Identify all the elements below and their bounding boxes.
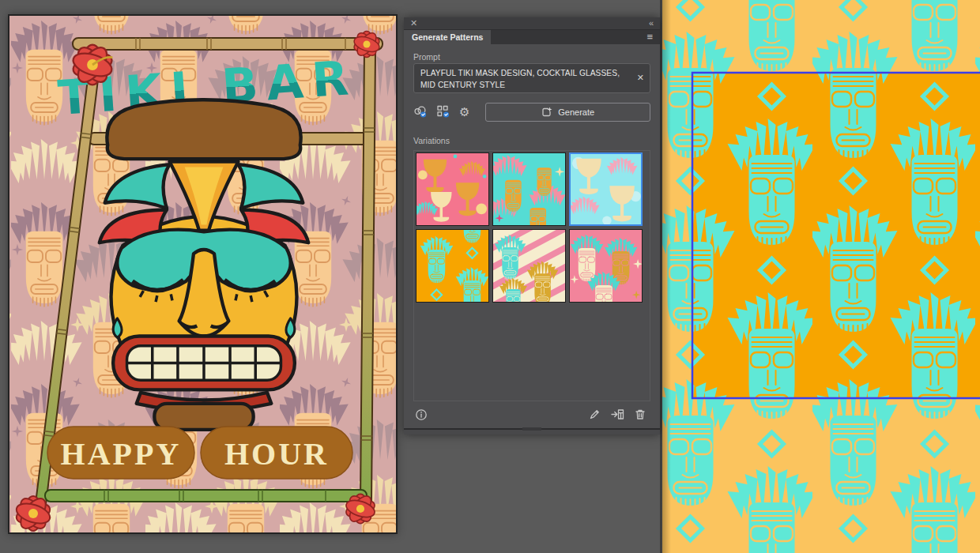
panel-resize-bar[interactable]	[404, 428, 660, 434]
generate-sparkle-icon	[541, 107, 552, 118]
variations-grid	[416, 152, 648, 303]
variation-thumbnail-2[interactable]	[492, 152, 566, 226]
style-reference-icon[interactable]	[413, 105, 428, 118]
variations-container	[413, 150, 650, 401]
generate-button[interactable]: Generate	[485, 103, 650, 122]
prompt-value[interactable]: PLAYFUL TIKI MASK DESIGN, COCKTAIL GLASS…	[420, 67, 631, 91]
tiki-bar-poster-artwork[interactable]: TIKI BAR HAPPY HOUR	[8, 14, 398, 534]
happy-label: HAPPY	[61, 436, 182, 472]
panel-collapse-icon[interactable]: «	[649, 19, 654, 28]
prompt-input[interactable]: PLAYFUL TIKI MASK DESIGN, COCKTAIL GLASS…	[413, 63, 650, 93]
poster-canvas: TIKI BAR HAPPY HOUR	[9, 16, 396, 532]
variation-thumbnail-6[interactable]	[569, 229, 643, 303]
variation-thumbnail-1[interactable]	[416, 152, 489, 226]
prompt-clear-icon[interactable]: ✕	[637, 73, 644, 82]
variation-thumbnail-5[interactable]	[492, 229, 566, 303]
variations-label: Variations	[413, 133, 650, 145]
artboard-pattern-view[interactable]	[662, 0, 980, 553]
prompt-label: Prompt	[413, 52, 650, 63]
save-to-swatches-icon[interactable]	[611, 408, 624, 420]
panel-footer	[413, 401, 650, 428]
panel-title-bar: ✕ «	[404, 17, 660, 30]
generate-toolbar: ⚙ Generate	[413, 103, 650, 122]
panel-menu-icon[interactable]: ≡	[639, 30, 660, 44]
info-icon[interactable]	[415, 408, 428, 421]
variation-thumbnail-4[interactable]	[416, 229, 489, 303]
panel-body: Prompt PLAYFUL TIKI MASK DESIGN, COCKTAI…	[404, 44, 660, 428]
tiki-mask-illustration	[100, 100, 308, 430]
panel-drag-handle[interactable]	[522, 427, 541, 431]
hour-label: HOUR	[224, 436, 329, 472]
panel-close-icon[interactable]: ✕	[410, 19, 417, 28]
pattern-options-icon[interactable]	[436, 105, 450, 118]
settings-gear-icon[interactable]: ⚙	[459, 106, 469, 118]
panel-tab-bar: Generate Patterns ≡	[404, 30, 660, 44]
delete-trash-icon[interactable]	[635, 408, 646, 420]
pattern-tile-selected-area[interactable]	[692, 73, 980, 398]
generate-button-label: Generate	[558, 107, 594, 117]
tab-generate-patterns[interactable]: Generate Patterns	[404, 30, 491, 44]
generate-patterns-panel: ✕ « Generate Patterns ≡ Prompt PLAYFUL T…	[404, 17, 660, 434]
variation-thumbnail-3-selected[interactable]	[569, 152, 643, 226]
edit-pencil-icon[interactable]	[589, 408, 601, 420]
